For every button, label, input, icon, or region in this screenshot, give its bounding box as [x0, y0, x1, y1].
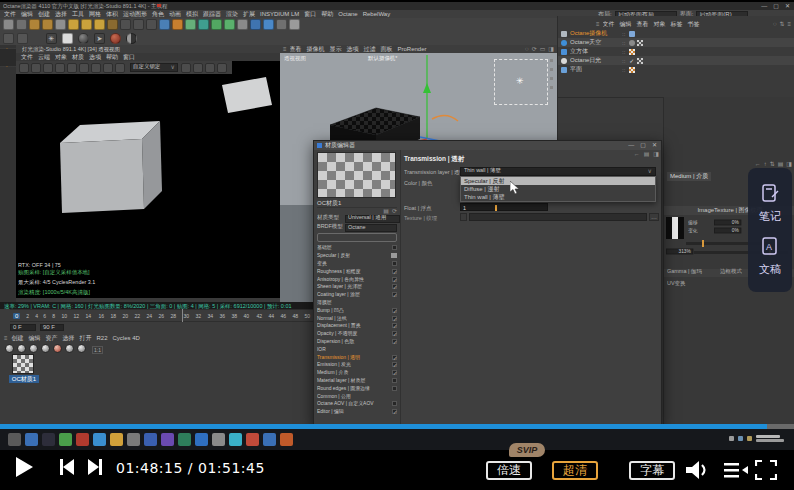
half-sphere-icon[interactable] [126, 33, 137, 44]
toolbar-icon[interactable] [276, 19, 287, 30]
menu-item[interactable]: ProRender [398, 46, 427, 53]
material-thumbnail[interactable] [12, 354, 34, 374]
viewer-canvas[interactable]: OC Tm_PBR: 2回[4.1]: 751[C:4] [5.1] / 256… [16, 61, 280, 298]
toolbar-icon[interactable] [31, 63, 41, 73]
object-row[interactable]: Octane天空:: [558, 38, 794, 47]
material-type-dropdown[interactable]: Universal | 通用 [345, 215, 400, 223]
material-sphere-icon[interactable] [29, 344, 38, 353]
play-button[interactable] [16, 457, 33, 477]
tray-icon[interactable] [729, 436, 734, 441]
channel-checkbox[interactable]: ✓ [392, 331, 397, 336]
menu-icon[interactable]: ≡ [283, 46, 287, 53]
channel-checkbox[interactable] [392, 245, 397, 250]
menu-item[interactable]: 对象 [654, 21, 666, 28]
toolbar-icon[interactable] [246, 433, 259, 446]
toolbar-icon[interactable] [42, 19, 53, 30]
toolbar-icon[interactable] [185, 19, 196, 30]
channel-row[interactable]: 基础层 [317, 244, 397, 252]
toolbar-icon[interactable] [67, 63, 77, 73]
toolbar-icon[interactable] [237, 19, 248, 30]
seek-bar[interactable] [0, 424, 794, 429]
toolbar-icon[interactable] [146, 19, 157, 30]
medium-node-chip[interactable]: Medium | 介质 [667, 172, 711, 181]
fullscreen-icon[interactable] [755, 460, 777, 480]
object-row[interactable]: Octane摄像机:: [558, 29, 794, 38]
visibility-dots[interactable]: :: [622, 58, 625, 64]
channel-checkbox[interactable]: ✓ [392, 308, 397, 313]
channel-row[interactable]: Roughness | 粗糙度✓ [317, 267, 397, 275]
tray-clock[interactable] [756, 434, 784, 442]
channel-checkbox[interactable] [392, 386, 397, 391]
visibility-dots[interactable]: :: [622, 49, 625, 55]
viewer-titlebar[interactable]: 灯光渲染-Studio 891.1 4K] [34] 透视视图 [16, 45, 280, 53]
om-swap-icon[interactable]: ⇅ [779, 21, 784, 28]
om-filter-icon[interactable]: ◌ [773, 21, 777, 28]
material-sphere-icon[interactable] [41, 344, 50, 353]
toolbar-icon[interactable] [42, 433, 55, 446]
menu-item[interactable]: 文件 [21, 54, 33, 61]
om-menu-icon[interactable]: ≡ [596, 21, 600, 28]
menu-item[interactable]: 文件 [603, 21, 615, 28]
history-back-icon[interactable]: ← [634, 151, 640, 158]
menu-item[interactable]: 编辑 [29, 335, 41, 342]
mat2-tag[interactable] [637, 58, 643, 64]
view-rotate-icon[interactable]: ⟳ [532, 46, 537, 53]
menu-item[interactable]: 体积 [106, 11, 118, 18]
prev-button[interactable] [60, 459, 74, 475]
menu-item[interactable]: 书签 [688, 21, 700, 28]
toolbar-icon[interactable] [280, 433, 293, 446]
channel-row[interactable]: 薄膜层 [317, 299, 397, 307]
toolbar-icon[interactable] [76, 433, 89, 446]
toolbar-icon[interactable] [79, 63, 89, 73]
uv-transform-label[interactable]: UV变换 [667, 280, 686, 288]
toolbar-icon[interactable] [103, 63, 113, 73]
channel-checkbox[interactable]: ✓ [392, 409, 397, 414]
float-input[interactable]: 1 [460, 203, 548, 211]
toolbar-icon[interactable] [229, 433, 242, 446]
menu-item[interactable]: 编辑 [21, 11, 33, 18]
toolbar-icon[interactable] [193, 63, 203, 73]
dialog-close-icon[interactable]: ✕ [652, 142, 657, 149]
border-mode-label[interactable]: 边框模式 [720, 268, 742, 276]
check-tag[interactable]: ✓ [629, 58, 635, 64]
object-name[interactable]: 立方体 [570, 47, 622, 56]
toolbar-icon[interactable] [205, 63, 215, 73]
menu-item[interactable]: 帮助 [321, 11, 333, 18]
menu-item[interactable]: 渲染 [226, 11, 238, 18]
attr-panel-icon[interactable]: ◨ [786, 161, 792, 168]
toolbar-icon[interactable] [55, 63, 65, 73]
texture-input[interactable] [469, 213, 647, 221]
toolbar-icon[interactable] [29, 19, 40, 30]
menu-item[interactable]: 网格 [89, 11, 101, 18]
menu-item[interactable]: 摄像机 [307, 46, 325, 53]
toolbar-icon[interactable] [3, 19, 14, 30]
channel-row[interactable]: Dispersion | 色散✓ [317, 338, 397, 346]
menu-item[interactable]: 标签 [671, 21, 683, 28]
note-icon[interactable] [760, 183, 780, 203]
channel-row[interactable]: Round edges | 圆滑边缘 [317, 384, 397, 392]
playlist-icon[interactable] [724, 462, 748, 478]
toolbar-icon[interactable] [144, 433, 157, 446]
toolbar-icon[interactable] [212, 433, 225, 446]
tray-icon[interactable] [738, 436, 743, 441]
toolbar-icon[interactable] [181, 63, 191, 73]
sphere-icon[interactable] [78, 33, 89, 44]
toolbar-icon[interactable] [263, 19, 274, 30]
maximize-icon[interactable]: ▢ [773, 3, 779, 10]
object-row[interactable]: 立方体:: [558, 47, 794, 56]
channel-row[interactable]: Displacement | 置换✓ [317, 322, 397, 330]
mat-tag[interactable] [629, 67, 635, 73]
toolbar-icon[interactable] [115, 63, 125, 73]
material-sphere-icon[interactable] [77, 344, 86, 353]
menu-item[interactable]: 跟踪器 [203, 11, 221, 18]
material-sphere-icon[interactable] [17, 344, 26, 353]
transmission-type-dropdown[interactable]: Thin wall | 薄壁 ∨ [460, 167, 656, 176]
object-name[interactable]: 平面 [570, 65, 622, 74]
menu-item[interactable]: 选项 [89, 54, 101, 61]
viewer-lock-dropdown[interactable]: 自定义锁定 ∨ [130, 63, 178, 72]
menu-item[interactable]: 扩展 [243, 11, 255, 18]
channel-checkbox[interactable]: ✓ [392, 277, 397, 282]
toolbar-icon[interactable] [211, 19, 222, 30]
toolbar-icon[interactable] [133, 19, 144, 30]
channel-row[interactable]: Emission | 发光✓ [317, 361, 397, 369]
